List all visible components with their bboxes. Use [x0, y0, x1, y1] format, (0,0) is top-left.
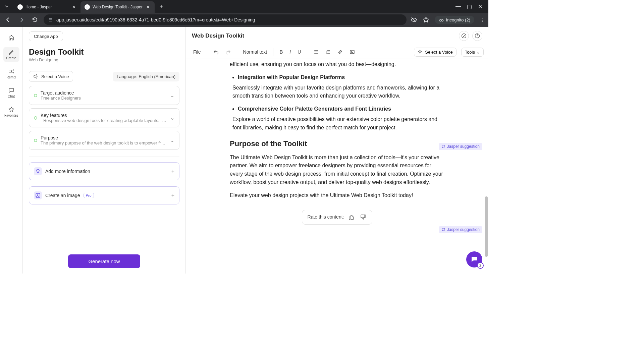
close-icon[interactable]: ✕	[71, 4, 76, 10]
kebab-menu-icon[interactable]: ⋮	[480, 17, 485, 23]
chat-icon	[8, 87, 15, 94]
link-button[interactable]	[335, 47, 345, 57]
list-item[interactable]: Comprehensive Color Palette Generators a…	[238, 105, 444, 113]
jasper-suggestion-pill[interactable]: Jasper suggestion	[439, 143, 482, 150]
suggestion-label: Jasper suggestion	[447, 227, 480, 232]
card-target-audience[interactable]: Target audience Freelance Designers ⌄	[29, 86, 179, 105]
browser-tab-web-design[interactable]: ◐ Web Design Toolkit - Jasper ✕	[80, 1, 155, 13]
voice-label: Select a Voice	[41, 74, 69, 79]
url-text: app.jasper.ai/docs/edit/b9190b36-6332-4a…	[56, 17, 255, 22]
panel-subtitle: Web Designing	[29, 57, 179, 62]
document-title[interactable]: Web Design Toolkit	[192, 33, 244, 39]
thumbs-down-button[interactable]	[359, 214, 367, 221]
list-item[interactable]: Integration with Popular Design Platform…	[238, 73, 444, 82]
action-label: Add more information	[45, 169, 90, 174]
bold-button[interactable]: B	[277, 47, 285, 57]
text-style-select[interactable]: Normal text	[240, 48, 270, 56]
remix-icon	[8, 68, 15, 75]
svg-point-7	[314, 52, 315, 52]
change-app-button[interactable]: Change App	[29, 32, 63, 41]
redo-button[interactable]	[223, 47, 233, 57]
minimize-icon[interactable]: —	[455, 3, 461, 10]
scrollbar-thumb[interactable]	[485, 196, 488, 257]
image-button[interactable]	[347, 47, 358, 57]
back-button[interactable]	[3, 15, 13, 24]
chat-fab[interactable]: 2	[466, 251, 482, 267]
thumbs-up-button[interactable]	[348, 214, 355, 221]
generate-button[interactable]: Generate now	[68, 254, 140, 268]
browser-tab-home[interactable]: ◐ Home - Jasper ✕	[13, 1, 80, 13]
rail-create[interactable]: Create	[3, 47, 19, 62]
help-icon[interactable]	[472, 31, 482, 41]
italic-button[interactable]: I	[287, 47, 293, 57]
address-bar[interactable]: app.jasper.ai/docs/edit/b9190b36-6332-4a…	[44, 14, 407, 25]
maximize-icon[interactable]: ▢	[467, 3, 472, 10]
tab-search-button[interactable]	[2, 2, 11, 11]
language-button[interactable]: Language: English (American)	[113, 72, 179, 81]
check-circle-icon[interactable]	[459, 31, 469, 41]
number-list-button[interactable]: 123	[323, 47, 333, 57]
rail-home[interactable]	[3, 32, 19, 43]
toolbar-select-voice[interactable]: Select a Voice	[414, 48, 456, 57]
body-text[interactable]: Seamlessly integrate with your favorite …	[230, 84, 444, 101]
separator	[237, 48, 237, 56]
svg-point-4	[462, 34, 466, 38]
rail-remix[interactable]: Remix	[3, 66, 19, 81]
left-rail: Create Remix Chat Favorites	[0, 27, 23, 274]
close-window-icon[interactable]: ✕	[478, 3, 482, 10]
pro-badge: Pro	[84, 193, 94, 198]
editor-toolbar: File Normal text B I U 123	[186, 45, 488, 59]
scrollbar[interactable]	[485, 116, 488, 267]
svg-rect-2	[36, 193, 40, 197]
bullet-list-button[interactable]	[311, 47, 321, 57]
heading[interactable]: Purpose of the Toolkit	[230, 138, 444, 149]
add-more-info-button[interactable]: Add more information +	[29, 162, 179, 180]
body-text[interactable]: Explore a world of creative possibilitie…	[230, 115, 444, 132]
svg-point-8	[314, 53, 315, 54]
site-settings-icon[interactable]	[48, 17, 53, 22]
editor-area: Web Design Toolkit File Normal text	[186, 27, 488, 274]
svg-text:3: 3	[326, 52, 327, 54]
card-purpose[interactable]: Purpose The primary purpose of the web d…	[29, 131, 179, 150]
voice-label: Select a Voice	[425, 50, 452, 55]
suggestion-label: Jasper suggestion	[447, 144, 480, 149]
chat-badge: 2	[477, 262, 484, 269]
close-icon[interactable]: ✕	[145, 4, 151, 10]
body-text[interactable]: efficient use, ensuring you can focus on…	[230, 60, 444, 69]
tools-menu[interactable]: Tools ⌄	[461, 48, 484, 57]
rail-label: Chat	[8, 95, 15, 98]
chat-icon	[470, 255, 478, 263]
body-text[interactable]: The Ultimate Web Design Toolkit is more …	[230, 154, 444, 187]
create-image-button[interactable]: Create an image Pro +	[29, 186, 179, 204]
eye-off-icon[interactable]	[411, 16, 417, 23]
jasper-suggestion-pill[interactable]: Jasper suggestion	[439, 226, 482, 233]
home-icon	[8, 34, 15, 41]
chat-bubble-icon	[441, 228, 445, 232]
pencil-icon	[8, 49, 15, 56]
rail-chat[interactable]: Chat	[3, 85, 19, 100]
new-tab-button[interactable]: +	[157, 2, 166, 11]
incognito-icon	[439, 17, 444, 22]
bookmark-icon[interactable]	[423, 16, 429, 23]
action-label: Create an image	[45, 193, 80, 198]
rail-favorites[interactable]: Favorites	[3, 104, 19, 119]
tab-title: Home - Jasper	[25, 5, 52, 9]
body-text[interactable]: Elevate your web design projects with th…	[230, 191, 444, 200]
status-dot-icon	[34, 116, 37, 120]
status-dot-icon	[34, 139, 37, 142]
chevron-down-icon: ⌄	[170, 115, 174, 121]
underline-button[interactable]: U	[295, 47, 304, 57]
select-voice-button[interactable]: Select a Voice	[29, 71, 73, 82]
star-icon	[8, 106, 15, 113]
card-key-features[interactable]: Key features - Responsive web design too…	[29, 108, 179, 127]
jasper-favicon-icon: ◐	[85, 4, 90, 10]
incognito-indicator[interactable]: Incognito (2)	[435, 16, 474, 24]
document-scroll[interactable]: efficient use, ensuring you can focus on…	[186, 59, 488, 274]
undo-button[interactable]	[211, 47, 221, 57]
chevron-down-icon: ⌄	[170, 137, 174, 143]
forward-button[interactable]	[17, 15, 26, 24]
file-menu[interactable]: File	[191, 48, 204, 56]
document-content[interactable]: efficient use, ensuring you can focus on…	[216, 60, 458, 225]
lightbulb-icon	[34, 167, 42, 175]
reload-button[interactable]	[30, 15, 40, 24]
